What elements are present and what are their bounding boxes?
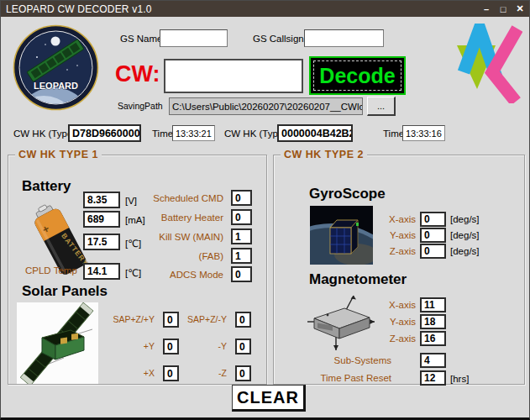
hk-type2-value[interactable]: 0000004B42B2	[277, 124, 353, 142]
sap-mz-label: -Z	[165, 368, 227, 378]
group-cw-hk-type2: CW HK TYPE 2 GyroScope X-axis 0 [de	[273, 155, 525, 385]
patch-text: LEOPARD	[34, 81, 78, 91]
mag-y-value[interactable]: 18	[420, 314, 446, 329]
clear-button[interactable]: CLEAR	[232, 385, 306, 412]
time-past-reset-value[interactable]: 12	[420, 370, 446, 386]
solar-panels-heading: Solar Panels	[22, 283, 108, 300]
window-title: LEOPARD CW DECODER v1.0	[1, 3, 152, 15]
gyro-y-label: Y-axis	[349, 230, 416, 240]
gyro-z-value[interactable]: 0	[420, 244, 446, 259]
sap-my-value[interactable]: 0	[235, 339, 251, 354]
sap-mz-value[interactable]: 0	[235, 365, 251, 381]
kill-sw-fab-label: (FAB)	[109, 251, 223, 261]
sap-zy-minus-value[interactable]: 0	[235, 312, 251, 328]
gs-name-input[interactable]	[160, 29, 228, 47]
group-title-type1: CW HK TYPE 1	[15, 149, 102, 160]
cw-input[interactable]	[164, 59, 303, 93]
gyro-x-label: X-axis	[349, 214, 416, 224]
gs-callsign-label: GS Callsign	[253, 34, 304, 44]
savingpath-value[interactable]: C:\Users\Public\20260207\20260207__CWlog…	[169, 97, 363, 115]
time-past-reset-label: Time Past Reset	[291, 373, 391, 383]
scheduled-cmd-label: Scheduled CMD	[109, 193, 223, 203]
battery-heater-label: Battery Heater	[109, 213, 223, 223]
sap-px-label: +X	[92, 368, 155, 378]
gyro-x-unit: [deg/s]	[450, 214, 480, 224]
mag-x-value[interactable]: 11	[420, 297, 446, 312]
maximize-icon[interactable]: □	[497, 4, 509, 14]
close-icon[interactable]: ✕	[514, 3, 526, 14]
kill-sw-main-value[interactable]: 1	[231, 228, 252, 244]
mag-y-label: Y-axis	[349, 317, 416, 327]
sub-systems-value[interactable]: 4	[420, 353, 446, 368]
mag-z-value[interactable]: 16	[420, 331, 446, 346]
battery-heater-value[interactable]: 0	[231, 209, 252, 225]
time-past-reset-unit: [hrs]	[450, 374, 469, 384]
magnetometer-heading: Magnetometer	[309, 271, 407, 288]
minimize-icon[interactable]: –	[480, 4, 492, 14]
adcs-mode-label: ADCS Mode	[109, 270, 223, 280]
app-window: LEOPARD CW DECODER v1.0 – □ ✕	[0, 0, 530, 420]
sap-zy-minus-label: SAP+Z/-Y	[165, 314, 227, 324]
gyro-z-label: Z-axis	[349, 246, 416, 256]
group-title-type2: CW HK TYPE 2	[281, 149, 367, 160]
adcs-mode-value[interactable]: 0	[231, 266, 252, 282]
hk-time2-value[interactable]: 13:33:16	[402, 125, 445, 141]
leopard-mission-patch: LEOPARD	[12, 24, 100, 112]
group-cw-hk-type1: CW HK TYPE 1 Battery + BATTERY 8.35 [V] …	[8, 155, 267, 385]
kill-sw-fab-value[interactable]: 1	[231, 248, 252, 264]
gyro-y-unit: [deg/s]	[450, 230, 480, 240]
mag-x-label: X-axis	[349, 300, 416, 310]
sap-my-label: -Y	[165, 341, 227, 351]
gyro-z-unit: [deg/s]	[450, 246, 480, 256]
scheduled-cmd-value[interactable]: 0	[231, 190, 252, 206]
solar-panel-satellite-image	[17, 302, 98, 384]
sap-zy-plus-label: SAP+Z/+Y	[92, 314, 155, 324]
sub-systems-label: Sub-Systems	[307, 355, 391, 365]
hk-time1-value[interactable]: 13:33:21	[172, 125, 215, 141]
decode-button[interactable]: Decode	[309, 56, 406, 95]
browse-button[interactable]: ...	[367, 97, 396, 116]
gyroscope-heading: GyroScope	[309, 186, 386, 202]
battery-heading: Battery	[22, 178, 71, 195]
gs-name-label: GS Name	[120, 34, 163, 44]
gyro-y-value[interactable]: 0	[420, 228, 446, 243]
cpld-temp-label: CPLD Temp	[25, 265, 77, 276]
mag-z-label: Z-axis	[349, 333, 416, 344]
sap-py-label: +Y	[92, 341, 155, 351]
savingpath-label: SavingPath	[118, 101, 163, 111]
hk-type1-value[interactable]: D78D96600006	[68, 124, 141, 142]
gyro-x-value[interactable]: 0	[420, 212, 446, 227]
gs-callsign-input[interactable]	[304, 29, 384, 47]
university-logo-icon	[457, 24, 522, 103]
title-bar: LEOPARD CW DECODER v1.0 – □ ✕	[1, 1, 529, 17]
kill-sw-main-label: Kill SW (MAIN)	[109, 232, 223, 242]
cw-label: CW:	[115, 61, 160, 87]
